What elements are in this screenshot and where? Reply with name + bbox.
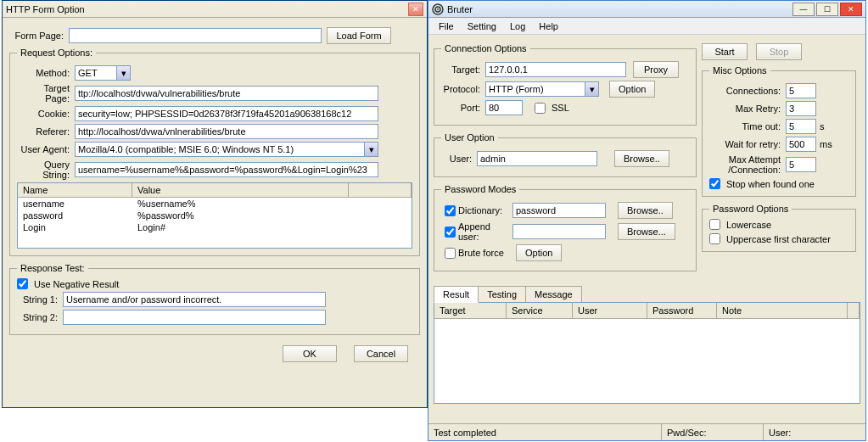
referer-input[interactable] (75, 124, 378, 139)
string1-input[interactable] (63, 292, 326, 307)
ssl-label: SSL (552, 103, 569, 113)
method-label: Method: (17, 68, 70, 78)
table-row[interactable]: username %username% (18, 198, 412, 210)
tab-testing[interactable]: Testing (478, 286, 526, 303)
timeout-input[interactable] (786, 119, 816, 134)
option-button[interactable]: Option (609, 81, 655, 98)
connection-options-group: Connection Options Target: Proxy Protoco… (434, 43, 697, 126)
connections-label: Connections: (709, 86, 781, 96)
connection-options-legend: Connection Options (441, 43, 530, 53)
bruter-window: Bruter — ☐ ✕ File Setting Log Help Conne… (428, 0, 866, 441)
tab-message[interactable]: Message (525, 286, 582, 303)
ssl-checkbox[interactable] (535, 103, 546, 114)
protocol-label: Protocol: (441, 84, 480, 94)
wait-retry-input[interactable] (786, 137, 816, 152)
form-page-input[interactable] (69, 28, 322, 43)
close-icon[interactable]: ✕ (408, 3, 423, 16)
ok-button[interactable]: OK (283, 345, 337, 362)
timeout-unit: s (820, 121, 825, 131)
brute-option-button[interactable]: Option (516, 244, 562, 261)
target-page-input[interactable] (75, 86, 378, 101)
brute-force-checkbox[interactable] (445, 248, 456, 259)
table-row[interactable]: password %password% (18, 210, 412, 221)
request-options-legend: Request Options: (17, 48, 96, 58)
password-options-group: Password Options Lowercase Uppercase fir… (702, 204, 856, 252)
http-form-option-window: HTTP Form Option ✕ Form Page: Load Form … (2, 0, 428, 408)
table-row[interactable]: Login Login# (18, 221, 412, 233)
append-user-input[interactable] (512, 224, 606, 239)
chevron-down-icon[interactable]: ▾ (364, 143, 378, 156)
window-title: HTTP Form Option (6, 4, 85, 14)
stop-when-label: Stop when found one (726, 179, 815, 189)
col-note[interactable]: Note (717, 303, 848, 318)
col-spacer (848, 303, 860, 318)
max-attempt-label: Max Attempt /Connection: (709, 154, 781, 175)
chevron-down-icon[interactable]: ▾ (116, 66, 130, 80)
start-button[interactable]: Start (702, 43, 748, 60)
use-negative-label: Use Negative Result (34, 279, 119, 289)
load-form-button[interactable]: Load Form (327, 27, 391, 44)
target-input[interactable] (485, 62, 626, 77)
connections-input[interactable] (786, 83, 816, 98)
minimize-icon[interactable]: — (792, 3, 815, 16)
user-input[interactable] (477, 151, 597, 166)
menu-log[interactable]: Log (503, 20, 532, 33)
browse-user-button[interactable]: Browse.. (614, 150, 669, 167)
protocol-select[interactable] (485, 81, 599, 97)
append-user-checkbox[interactable] (445, 227, 456, 238)
misc-options-group: Misc Options Connections: Max Retry: Tim… (702, 65, 856, 197)
use-negative-checkbox[interactable] (17, 278, 28, 289)
password-modes-group: Password Modes Dictionary: Browse.. Appe… (434, 184, 697, 271)
proxy-button[interactable]: Proxy (633, 61, 679, 78)
max-attempt-input[interactable] (786, 157, 816, 172)
port-input[interactable] (485, 100, 523, 115)
uppercase-first-label: Uppercase first character (726, 234, 831, 244)
titlebar-buttons: — ☐ ✕ (792, 3, 862, 16)
lowercase-checkbox[interactable] (709, 219, 720, 230)
referer-label: Referer: (17, 126, 70, 137)
status-text: Test completed (428, 424, 662, 440)
col-service[interactable]: Service (507, 303, 573, 318)
string1-label: String 1: (17, 294, 58, 305)
stop-when-checkbox[interactable] (709, 178, 720, 189)
dictionary-checkbox[interactable] (445, 205, 456, 216)
col-target[interactable]: Target (434, 303, 507, 318)
query-params-table: Name Value username %username% password … (17, 182, 412, 249)
lowercase-label: Lowercase (726, 220, 771, 230)
maximize-icon[interactable]: ☐ (816, 3, 838, 16)
col-user[interactable]: User (573, 303, 647, 318)
query-string-label: Query String: (17, 159, 70, 180)
col-spacer (349, 183, 412, 197)
result-tabs: Result Testing Message (434, 285, 860, 302)
target-label: Target: (441, 64, 480, 75)
cancel-button[interactable]: Cancel (354, 345, 408, 362)
user-option-legend: User Option (441, 132, 498, 143)
port-label: Port: (441, 103, 480, 113)
query-string-input[interactable] (75, 162, 378, 177)
stop-button[interactable]: Stop (756, 43, 802, 60)
close-icon[interactable]: ✕ (840, 3, 862, 16)
max-retry-input[interactable] (786, 101, 816, 116)
chevron-down-icon[interactable]: ▾ (585, 82, 598, 96)
browse-dictionary-button[interactable]: Browse.. (618, 202, 673, 219)
menu-file[interactable]: File (432, 20, 461, 33)
menu-help[interactable]: Help (532, 20, 565, 33)
password-options-legend: Password Options (709, 204, 792, 214)
tab-result[interactable]: Result (434, 286, 479, 303)
menu-setting[interactable]: Setting (461, 20, 503, 33)
col-name[interactable]: Name (18, 183, 132, 197)
dictionary-input[interactable] (512, 203, 606, 218)
uppercase-first-checkbox[interactable] (709, 233, 720, 244)
svg-point-2 (437, 8, 439, 10)
col-password[interactable]: Password (647, 303, 717, 318)
col-value[interactable]: Value (132, 183, 349, 197)
dictionary-label: Dictionary: (458, 205, 512, 215)
target-page-label: Target Page: (17, 83, 70, 104)
browse-append-button[interactable]: Browse... (618, 223, 675, 240)
string2-label: String 2: (17, 312, 58, 322)
cookie-input[interactable] (75, 106, 378, 121)
user-agent-select[interactable] (75, 142, 378, 157)
string2-input[interactable] (63, 310, 326, 325)
statusbar: Test completed Pwd/Sec: User: (428, 423, 865, 440)
misc-options-legend: Misc Options (709, 65, 770, 76)
